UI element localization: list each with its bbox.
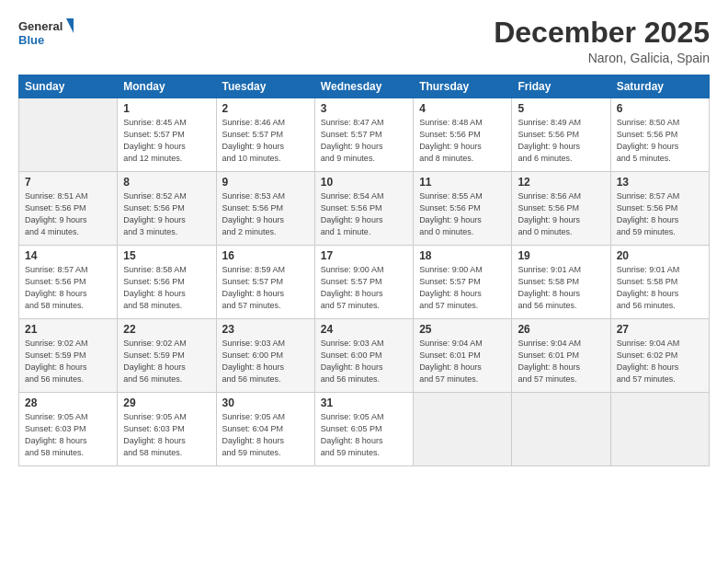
table-cell: 17Sunrise: 9:00 AM Sunset: 5:57 PM Dayli… [314, 246, 413, 319]
table-cell: 12Sunrise: 8:56 AM Sunset: 5:56 PM Dayli… [512, 172, 610, 246]
day-info: Sunrise: 8:59 AM Sunset: 5:57 PM Dayligh… [222, 264, 309, 312]
day-info: Sunrise: 8:56 AM Sunset: 5:56 PM Dayligh… [518, 190, 604, 238]
day-number: 5 [518, 102, 604, 115]
day-info: Sunrise: 9:00 AM Sunset: 5:57 PM Dayligh… [321, 264, 407, 312]
day-number: 10 [321, 176, 407, 189]
day-info: Sunrise: 9:01 AM Sunset: 5:58 PM Dayligh… [617, 264, 703, 312]
calendar-body: 1Sunrise: 8:45 AM Sunset: 5:57 PM Daylig… [19, 98, 710, 466]
day-info: Sunrise: 9:05 AM Sunset: 6:03 PM Dayligh… [123, 411, 210, 459]
table-cell: 22Sunrise: 9:02 AM Sunset: 5:59 PM Dayli… [118, 319, 216, 393]
day-number: 1 [123, 102, 210, 115]
table-cell [414, 393, 512, 466]
table-cell [610, 393, 709, 466]
day-number: 15 [123, 249, 210, 262]
table-cell: 29Sunrise: 9:05 AM Sunset: 6:03 PM Dayli… [118, 393, 216, 466]
table-cell: 26Sunrise: 9:04 AM Sunset: 6:01 PM Dayli… [512, 319, 610, 393]
day-info: Sunrise: 8:54 AM Sunset: 5:56 PM Dayligh… [321, 190, 407, 238]
table-cell: 14Sunrise: 8:57 AM Sunset: 5:56 PM Dayli… [19, 246, 118, 319]
day-info: Sunrise: 8:46 AM Sunset: 5:57 PM Dayligh… [222, 117, 309, 165]
table-cell [512, 393, 610, 466]
page: General Blue December 2025 Naron, Galici… [0, 0, 728, 563]
table-cell: 13Sunrise: 8:57 AM Sunset: 5:56 PM Dayli… [610, 172, 709, 246]
calendar-header: SundayMondayTuesdayWednesdayThursdayFrid… [19, 75, 710, 98]
week-row-2: 7Sunrise: 8:51 AM Sunset: 5:56 PM Daylig… [19, 172, 710, 246]
header-friday: Friday [512, 75, 610, 98]
day-info: Sunrise: 9:05 AM Sunset: 6:03 PM Dayligh… [25, 411, 111, 459]
table-cell: 5Sunrise: 8:49 AM Sunset: 5:56 PM Daylig… [512, 98, 610, 172]
table-cell: 25Sunrise: 9:04 AM Sunset: 6:01 PM Dayli… [414, 319, 512, 393]
day-number: 20 [617, 249, 703, 262]
header-sunday: Sunday [19, 75, 118, 98]
day-number: 29 [123, 396, 210, 409]
day-info: Sunrise: 8:45 AM Sunset: 5:57 PM Dayligh… [123, 117, 210, 165]
day-number: 9 [222, 176, 309, 189]
month-title: December 2025 [494, 17, 710, 49]
title-block: December 2025 Naron, Galicia, Spain [494, 17, 710, 65]
day-info: Sunrise: 8:50 AM Sunset: 5:56 PM Dayligh… [617, 117, 703, 165]
location: Naron, Galicia, Spain [494, 51, 710, 65]
day-number: 19 [518, 249, 604, 262]
day-number: 31 [321, 396, 407, 409]
day-info: Sunrise: 8:51 AM Sunset: 5:56 PM Dayligh… [25, 190, 111, 238]
day-number: 18 [419, 249, 506, 262]
week-row-1: 1Sunrise: 8:45 AM Sunset: 5:57 PM Daylig… [19, 98, 710, 172]
table-cell: 8Sunrise: 8:52 AM Sunset: 5:56 PM Daylig… [118, 172, 216, 246]
day-info: Sunrise: 8:52 AM Sunset: 5:56 PM Dayligh… [123, 190, 210, 238]
day-info: Sunrise: 9:04 AM Sunset: 6:01 PM Dayligh… [518, 338, 604, 385]
header: General Blue December 2025 Naron, Galici… [18, 17, 710, 65]
day-info: Sunrise: 9:00 AM Sunset: 5:57 PM Dayligh… [419, 264, 506, 312]
day-info: Sunrise: 8:47 AM Sunset: 5:57 PM Dayligh… [321, 117, 407, 165]
header-saturday: Saturday [610, 75, 709, 98]
table-cell: 27Sunrise: 9:04 AM Sunset: 6:02 PM Dayli… [610, 319, 709, 393]
logo: General Blue [18, 17, 74, 50]
day-number: 13 [617, 176, 703, 189]
day-info: Sunrise: 9:01 AM Sunset: 5:58 PM Dayligh… [518, 264, 604, 312]
table-cell: 30Sunrise: 9:05 AM Sunset: 6:04 PM Dayli… [216, 393, 314, 466]
day-info: Sunrise: 9:03 AM Sunset: 6:00 PM Dayligh… [321, 338, 407, 385]
day-number: 4 [419, 102, 506, 115]
day-info: Sunrise: 9:02 AM Sunset: 5:59 PM Dayligh… [25, 338, 111, 385]
table-cell: 3Sunrise: 8:47 AM Sunset: 5:57 PM Daylig… [314, 98, 413, 172]
day-info: Sunrise: 9:04 AM Sunset: 6:02 PM Dayligh… [617, 338, 703, 385]
day-info: Sunrise: 9:03 AM Sunset: 6:00 PM Dayligh… [222, 338, 309, 385]
table-cell: 19Sunrise: 9:01 AM Sunset: 5:58 PM Dayli… [512, 246, 610, 319]
header-monday: Monday [118, 75, 216, 98]
day-number: 22 [123, 323, 210, 336]
day-number: 25 [419, 323, 506, 336]
day-number: 8 [123, 176, 210, 189]
table-cell: 1Sunrise: 8:45 AM Sunset: 5:57 PM Daylig… [118, 98, 216, 172]
day-number: 24 [321, 323, 407, 336]
table-cell: 9Sunrise: 8:53 AM Sunset: 5:56 PM Daylig… [216, 172, 314, 246]
header-row: SundayMondayTuesdayWednesdayThursdayFrid… [19, 75, 710, 98]
day-number: 17 [321, 249, 407, 262]
week-row-3: 14Sunrise: 8:57 AM Sunset: 5:56 PM Dayli… [19, 246, 710, 319]
day-info: Sunrise: 8:58 AM Sunset: 5:56 PM Dayligh… [123, 264, 210, 312]
calendar-table: SundayMondayTuesdayWednesdayThursdayFrid… [18, 75, 710, 466]
table-cell: 16Sunrise: 8:59 AM Sunset: 5:57 PM Dayli… [216, 246, 314, 319]
svg-text:Blue: Blue [18, 33, 44, 47]
logo-svg: General Blue [18, 17, 74, 50]
day-number: 12 [518, 176, 604, 189]
table-cell: 21Sunrise: 9:02 AM Sunset: 5:59 PM Dayli… [19, 319, 118, 393]
day-info: Sunrise: 9:05 AM Sunset: 6:04 PM Dayligh… [222, 411, 309, 459]
day-number: 6 [617, 102, 703, 115]
day-number: 16 [222, 249, 309, 262]
day-number: 30 [222, 396, 309, 409]
table-cell: 15Sunrise: 8:58 AM Sunset: 5:56 PM Dayli… [118, 246, 216, 319]
week-row-5: 28Sunrise: 9:05 AM Sunset: 6:03 PM Dayli… [19, 393, 710, 466]
day-number: 14 [25, 249, 111, 262]
table-cell: 11Sunrise: 8:55 AM Sunset: 5:56 PM Dayli… [414, 172, 512, 246]
day-info: Sunrise: 8:57 AM Sunset: 5:56 PM Dayligh… [617, 190, 703, 238]
header-tuesday: Tuesday [216, 75, 314, 98]
day-number: 3 [321, 102, 407, 115]
table-cell: 23Sunrise: 9:03 AM Sunset: 6:00 PM Dayli… [216, 319, 314, 393]
week-row-4: 21Sunrise: 9:02 AM Sunset: 5:59 PM Dayli… [19, 319, 710, 393]
table-cell: 18Sunrise: 9:00 AM Sunset: 5:57 PM Dayli… [414, 246, 512, 319]
table-cell [19, 98, 118, 172]
table-cell: 4Sunrise: 8:48 AM Sunset: 5:56 PM Daylig… [414, 98, 512, 172]
day-info: Sunrise: 8:48 AM Sunset: 5:56 PM Dayligh… [419, 117, 506, 165]
day-info: Sunrise: 9:04 AM Sunset: 6:01 PM Dayligh… [419, 338, 506, 385]
day-info: Sunrise: 8:53 AM Sunset: 5:56 PM Dayligh… [222, 190, 309, 238]
table-cell: 28Sunrise: 9:05 AM Sunset: 6:03 PM Dayli… [19, 393, 118, 466]
day-number: 23 [222, 323, 309, 336]
